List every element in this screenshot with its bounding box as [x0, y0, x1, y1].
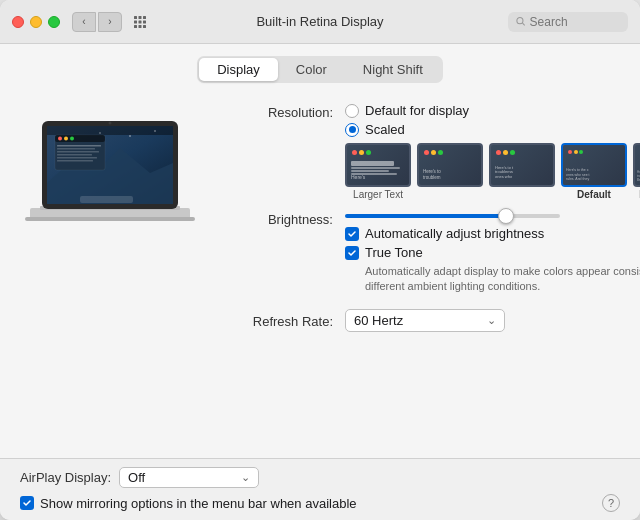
minimize-button[interactable] [30, 16, 42, 28]
traffic-lights [12, 16, 60, 28]
scale-item-2: Here's totroublem [417, 143, 483, 200]
main-content: Resolution: Default for display Scaled [0, 93, 640, 458]
refresh-rate-value: 60 Hertz [354, 313, 403, 328]
resolution-scaled-label: Scaled [365, 122, 405, 137]
mirroring-checkbox[interactable] [20, 496, 34, 510]
resolution-default-radio[interactable] [345, 104, 359, 118]
svg-rect-4 [139, 20, 142, 23]
auto-brightness-row: Automatically adjust brightness [345, 226, 640, 241]
laptop-preview [20, 103, 215, 448]
svg-rect-0 [134, 16, 137, 19]
svg-rect-7 [139, 25, 142, 28]
svg-point-22 [154, 130, 156, 132]
svg-rect-32 [57, 154, 92, 156]
back-button[interactable]: ‹ [72, 12, 96, 32]
airplay-label: AirPlay Display: [20, 470, 111, 485]
true-tone-row: True Tone [345, 245, 640, 260]
close-button[interactable] [12, 16, 24, 28]
mirroring-label: Show mirroring options in the menu bar w… [40, 496, 357, 511]
refresh-rate-label: Refresh Rate: [235, 312, 345, 329]
scale-preview-larger[interactable]: Here's [345, 143, 411, 187]
resolution-default-label: Default for display [365, 103, 469, 118]
brightness-row: Brightness: Automatically adjust brightn… [235, 210, 640, 299]
resolution-label: Resolution: [235, 103, 345, 120]
system-preferences-window: ‹ › Built-in Retina Display [0, 0, 640, 520]
help-button[interactable]: ? [602, 494, 620, 512]
resolution-scaled-radio[interactable] [345, 123, 359, 137]
tab-color[interactable]: Color [278, 58, 345, 81]
svg-rect-8 [143, 25, 146, 28]
svg-rect-2 [143, 16, 146, 19]
airplay-arrow-icon: ⌄ [241, 471, 250, 484]
resolution-scaled-option[interactable]: Scaled [345, 122, 640, 137]
settings-panel: Resolution: Default for display Scaled [235, 103, 640, 448]
svg-rect-6 [134, 25, 137, 28]
true-tone-label: True Tone [365, 245, 423, 260]
tab-display[interactable]: Display [199, 58, 278, 81]
search-input[interactable] [530, 15, 620, 29]
scale-item-more-space: Here's to the cratroubleshooters. TheBec… [633, 143, 640, 200]
svg-rect-33 [57, 157, 97, 159]
resolution-options: Default for display Scaled [345, 103, 640, 137]
true-tone-desc: Automatically adapt display to make colo… [365, 264, 640, 295]
brightness-thumb[interactable] [498, 208, 514, 224]
svg-rect-25 [55, 135, 105, 142]
search-box[interactable] [508, 12, 628, 32]
mirroring-row: Show mirroring options in the menu bar w… [20, 494, 620, 512]
titlebar: ‹ › Built-in Retina Display [0, 0, 640, 44]
scale-item-larger: Here's Larger Text [345, 143, 411, 200]
bottom-bar: AirPlay Display: Off ⌄ Show mirroring op… [0, 458, 640, 520]
svg-point-28 [70, 137, 74, 141]
resolution-row: Resolution: Default for display Scaled [235, 103, 640, 200]
grid-button[interactable] [130, 12, 150, 32]
refresh-rate-controls: 60 Hertz ⌄ [345, 309, 640, 332]
svg-point-9 [517, 18, 523, 24]
brightness-label: Brightness: [235, 210, 345, 227]
scale-preview-3[interactable]: Here's to ttroublemaones who [489, 143, 555, 187]
resolution-default-option[interactable]: Default for display [345, 103, 640, 118]
tabs-container: Display Color Night Shift [197, 56, 443, 83]
airplay-row: AirPlay Display: Off ⌄ [20, 467, 620, 488]
svg-point-26 [58, 137, 62, 141]
window-title: Built-in Retina Display [256, 14, 383, 29]
tabs-section: Display Color Night Shift [0, 44, 640, 93]
scale-item-default: Here's to the cones who see trules. And … [561, 143, 627, 200]
svg-rect-31 [57, 151, 99, 153]
svg-rect-1 [139, 16, 142, 19]
svg-rect-5 [143, 20, 146, 23]
maximize-button[interactable] [48, 16, 60, 28]
auto-brightness-checkbox[interactable] [345, 227, 359, 241]
brightness-controls: Automatically adjust brightness True Ton… [345, 210, 640, 299]
airplay-value: Off [128, 470, 145, 485]
scale-preview-default[interactable]: Here's to the cones who see trules. And … [561, 143, 627, 187]
svg-point-35 [109, 122, 112, 125]
true-tone-checkbox[interactable] [345, 246, 359, 260]
svg-rect-23 [80, 196, 133, 203]
scale-options: Here's Larger Text Here's totroublem [345, 143, 640, 200]
svg-point-21 [129, 135, 131, 137]
scale-preview-more-space[interactable]: Here's to the cratroubleshooters. TheBec… [633, 143, 640, 187]
resolution-controls: Default for display Scaled [345, 103, 640, 200]
forward-button[interactable]: › [98, 12, 122, 32]
svg-rect-12 [25, 217, 195, 221]
refresh-rate-row: Refresh Rate: 60 Hertz ⌄ [235, 309, 640, 332]
refresh-rate-arrow-icon: ⌄ [487, 314, 496, 327]
svg-rect-30 [57, 148, 95, 150]
svg-rect-29 [57, 145, 101, 147]
scale-item-3: Here's to ttroublemaones who [489, 143, 555, 200]
svg-point-20 [99, 132, 101, 134]
svg-rect-34 [57, 160, 93, 162]
brightness-slider[interactable] [345, 214, 560, 218]
svg-rect-17 [47, 126, 173, 135]
refresh-rate-dropdown[interactable]: 60 Hertz ⌄ [345, 309, 505, 332]
scale-label-larger: Larger Text [353, 189, 403, 200]
nav-buttons: ‹ › [72, 12, 122, 32]
airplay-dropdown[interactable]: Off ⌄ [119, 467, 259, 488]
svg-point-27 [64, 137, 68, 141]
scale-label-default: Default [577, 189, 611, 200]
tab-night-shift[interactable]: Night Shift [345, 58, 441, 81]
auto-brightness-label: Automatically adjust brightness [365, 226, 544, 241]
svg-line-10 [523, 23, 525, 25]
svg-rect-3 [134, 20, 137, 23]
scale-preview-2[interactable]: Here's totroublem [417, 143, 483, 187]
